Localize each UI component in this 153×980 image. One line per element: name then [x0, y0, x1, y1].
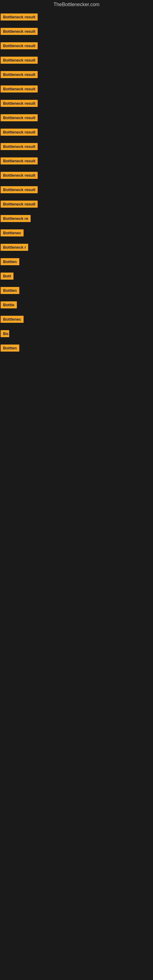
bottleneck-result-badge[interactable]: Bottleneck result	[1, 172, 38, 179]
bottleneck-row: Bottleneck result	[0, 183, 153, 197]
bottleneck-result-badge[interactable]: Bottleneck result	[1, 143, 38, 150]
bottleneck-result-badge[interactable]: Bottleneck result	[1, 114, 38, 121]
bottleneck-result-badge[interactable]: Bottleneck result	[1, 200, 38, 208]
bottleneck-row: Bottleneck result	[0, 111, 153, 126]
bottleneck-result-badge[interactable]: Bottleneck result	[1, 158, 38, 164]
bottleneck-row: Bo	[0, 327, 153, 342]
bottleneck-result-badge[interactable]: Bottleneck result	[1, 186, 38, 193]
bottleneck-result-badge[interactable]: Bottlenec	[1, 229, 24, 236]
bottleneck-row: Bottlen	[0, 284, 153, 298]
site-title: TheBottlenecker.com	[0, 0, 153, 10]
bottleneck-row: Bottleneck result	[0, 10, 153, 25]
bottleneck-row: Bottleneck result	[0, 197, 153, 212]
bottleneck-row: Bottle	[0, 298, 153, 313]
bottleneck-result-badge[interactable]: Bo	[1, 330, 9, 337]
bottleneck-row: Bottleneck result	[0, 97, 153, 111]
bottleneck-row: Bottleneck result	[0, 83, 153, 97]
bottleneck-row: Bottleneck result	[0, 39, 153, 54]
items-container: Bottleneck resultBottleneck resultBottle…	[0, 10, 153, 356]
bottleneck-row: Bottleneck result	[0, 68, 153, 83]
bottleneck-row: Bottleneck re	[0, 212, 153, 226]
site-title-container: TheBottlenecker.com	[0, 0, 153, 10]
bottleneck-row: Bottleneck result	[0, 169, 153, 183]
bottleneck-result-badge[interactable]: Bottlen	[1, 345, 19, 352]
bottleneck-row: Bottlen	[0, 255, 153, 269]
bottleneck-row: Bottleneck r	[0, 241, 153, 255]
bottleneck-result-badge[interactable]: Bottleneck result	[1, 42, 38, 49]
bottleneck-row: Bottleneck result	[0, 154, 153, 169]
bottleneck-result-badge[interactable]: Bottleneck result	[1, 28, 38, 35]
bottleneck-row: Bottlen	[0, 342, 153, 356]
bottleneck-result-badge[interactable]: Bottlen	[1, 287, 19, 294]
bottleneck-result-badge[interactable]: Bottleneck result	[1, 13, 38, 21]
bottleneck-result-badge[interactable]: Bottleneck result	[1, 100, 38, 107]
bottleneck-row: Bott	[0, 269, 153, 284]
bottleneck-result-badge[interactable]: Bottleneck re	[1, 215, 30, 222]
bottleneck-result-badge[interactable]: Bott	[1, 272, 13, 280]
bottleneck-result-badge[interactable]: Bottleneck result	[1, 129, 38, 136]
bottleneck-result-badge[interactable]: Bottleneck result	[1, 86, 38, 92]
bottleneck-result-badge[interactable]: Bottleneck r	[1, 244, 28, 251]
bottleneck-row: Bottleneck result	[0, 25, 153, 39]
bottleneck-row: Bottlenec	[0, 226, 153, 241]
bottleneck-row: Bottlenec	[0, 313, 153, 327]
bottleneck-result-badge[interactable]: Bottlenec	[1, 316, 24, 323]
bottleneck-result-badge[interactable]: Bottleneck result	[1, 57, 38, 64]
bottleneck-row: Bottleneck result	[0, 126, 153, 140]
bottleneck-row: Bottleneck result	[0, 54, 153, 68]
bottleneck-result-badge[interactable]: Bottle	[1, 301, 17, 309]
bottleneck-row: Bottleneck result	[0, 140, 153, 154]
bottleneck-result-badge[interactable]: Bottleneck result	[1, 71, 38, 78]
bottleneck-result-badge[interactable]: Bottlen	[1, 258, 19, 265]
